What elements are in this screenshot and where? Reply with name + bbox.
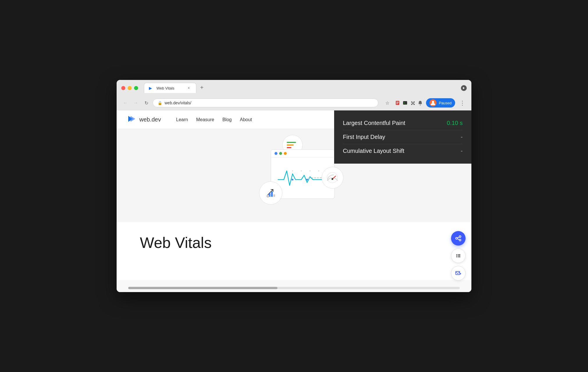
svg-rect-32 bbox=[458, 254, 460, 255]
ext-puzzle-icon[interactable] bbox=[410, 100, 416, 106]
toc-button[interactable] bbox=[451, 248, 466, 263]
minimize-button[interactable] bbox=[128, 86, 132, 90]
cls-label: Cumulative Layout Shift bbox=[343, 148, 404, 154]
more-button[interactable]: ⋮ bbox=[458, 99, 467, 107]
svg-rect-35 bbox=[456, 257, 457, 257]
nav-about[interactable]: About bbox=[240, 116, 252, 124]
dashboard-header bbox=[271, 150, 334, 158]
svg-point-24 bbox=[332, 178, 333, 180]
forward-button[interactable]: → bbox=[132, 99, 140, 107]
traffic-lights bbox=[121, 86, 138, 90]
cls-value: - bbox=[461, 148, 463, 154]
star-icon: ☆ bbox=[385, 100, 389, 106]
logo-text: web.dev bbox=[139, 116, 161, 123]
site-nav-links: Learn Measure Blog About bbox=[176, 116, 252, 124]
tab-close-button[interactable]: × bbox=[186, 85, 191, 91]
active-tab[interactable]: ▶ Web Vitals × bbox=[144, 83, 196, 93]
svg-point-28 bbox=[459, 239, 461, 241]
tab-favicon: ▶ bbox=[149, 86, 154, 90]
close-button[interactable] bbox=[121, 86, 125, 90]
svg-rect-20 bbox=[271, 192, 273, 197]
lcp-row: Largest Contentful Paint 0.10 s bbox=[343, 116, 463, 130]
svg-point-14 bbox=[301, 170, 302, 171]
svg-rect-31 bbox=[456, 254, 457, 255]
nav-blog[interactable]: Blog bbox=[222, 116, 232, 124]
dashed-line-horizontal bbox=[309, 178, 322, 178]
profile-avatar bbox=[430, 99, 436, 106]
site-logo[interactable]: web.dev bbox=[128, 115, 161, 125]
svg-rect-33 bbox=[456, 255, 457, 256]
scrollbar[interactable] bbox=[128, 287, 460, 289]
gauge-circle bbox=[322, 167, 343, 189]
lock-icon: 🔒 bbox=[158, 101, 162, 105]
url-text: web.dev/vitals/ bbox=[165, 101, 191, 105]
tab-title: Web Vitals bbox=[156, 86, 183, 90]
url-bar[interactable]: 🔒 web.dev/vitals/ bbox=[153, 99, 378, 107]
share-button[interactable] bbox=[451, 231, 466, 246]
svg-rect-37 bbox=[456, 271, 460, 275]
profile-label: Paused bbox=[439, 101, 452, 105]
ext-notification-icon[interactable] bbox=[417, 100, 423, 106]
reload-icon: ↻ bbox=[145, 100, 148, 106]
svg-text:>_: >_ bbox=[404, 102, 407, 104]
svg-point-17 bbox=[292, 179, 293, 180]
bottom-section: Web Vitals bbox=[117, 222, 471, 280]
lcp-label: Largest Contentful Paint bbox=[343, 120, 405, 126]
extension-icons: >_ bbox=[395, 100, 423, 106]
page-content: web.dev Learn Measure Blog About Search … bbox=[117, 110, 471, 292]
ext-bookmark-icon[interactable] bbox=[395, 100, 400, 106]
dot-green bbox=[279, 152, 282, 155]
ext-terminal-icon[interactable]: >_ bbox=[402, 100, 408, 106]
svg-point-26 bbox=[459, 236, 461, 237]
svg-rect-21 bbox=[273, 194, 275, 197]
new-tab-button[interactable]: + bbox=[197, 83, 206, 92]
nav-measure[interactable]: Measure bbox=[196, 116, 214, 124]
metrics-dropdown: Largest Contentful Paint 0.10 s First In… bbox=[334, 110, 471, 164]
back-button[interactable]: ← bbox=[121, 99, 129, 107]
toolbar-actions: ☆ >_ bbox=[383, 98, 467, 108]
scrollbar-thumb[interactable] bbox=[128, 287, 277, 289]
svg-rect-36 bbox=[458, 257, 460, 257]
profile-button[interactable]: Paused bbox=[426, 98, 455, 108]
maximize-button[interactable] bbox=[134, 86, 138, 90]
svg-line-29 bbox=[457, 237, 459, 238]
svg-rect-34 bbox=[458, 255, 460, 256]
forward-icon: → bbox=[133, 100, 138, 105]
svg-point-13 bbox=[292, 170, 293, 171]
more-icon: ⋮ bbox=[459, 99, 465, 106]
browser-window: ▶ Web Vitals × + ← → ↻ 🔒 web.d bbox=[117, 80, 471, 292]
tab-bar: ▶ Web Vitals × + bbox=[144, 83, 206, 93]
svg-point-27 bbox=[456, 237, 457, 239]
lcp-value: 0.10 s bbox=[447, 120, 463, 126]
fid-label: First Input Delay bbox=[343, 134, 385, 140]
svg-rect-2 bbox=[396, 102, 399, 102]
page-title: Web Vitals bbox=[140, 234, 448, 252]
svg-point-7 bbox=[420, 105, 420, 105]
fid-value: - bbox=[461, 134, 463, 140]
email-button[interactable] bbox=[451, 266, 466, 280]
back-icon: ← bbox=[123, 100, 128, 105]
svg-line-30 bbox=[457, 239, 459, 240]
cls-row: Cumulative Layout Shift - bbox=[343, 144, 463, 158]
logo-icon bbox=[128, 115, 136, 125]
fid-row: First Input Delay - bbox=[343, 130, 463, 144]
nav-learn[interactable]: Learn bbox=[176, 116, 188, 124]
svg-rect-3 bbox=[396, 103, 399, 103]
svg-point-15 bbox=[309, 170, 311, 171]
svg-marker-0 bbox=[463, 87, 465, 89]
star-button[interactable]: ☆ bbox=[383, 99, 392, 107]
reload-button[interactable]: ↻ bbox=[142, 99, 150, 107]
title-bar: ▶ Web Vitals × + bbox=[117, 80, 471, 96]
dot-blue bbox=[275, 152, 277, 155]
svg-point-16 bbox=[318, 170, 319, 171]
svg-point-22 bbox=[266, 195, 269, 198]
dot-yellow bbox=[284, 152, 287, 155]
svg-marker-10 bbox=[131, 116, 135, 122]
address-bar: ← → ↻ 🔒 web.dev/vitals/ ☆ bbox=[117, 96, 471, 110]
svg-point-8 bbox=[432, 101, 434, 103]
svg-rect-4 bbox=[396, 103, 398, 104]
chart-circle bbox=[259, 181, 282, 205]
